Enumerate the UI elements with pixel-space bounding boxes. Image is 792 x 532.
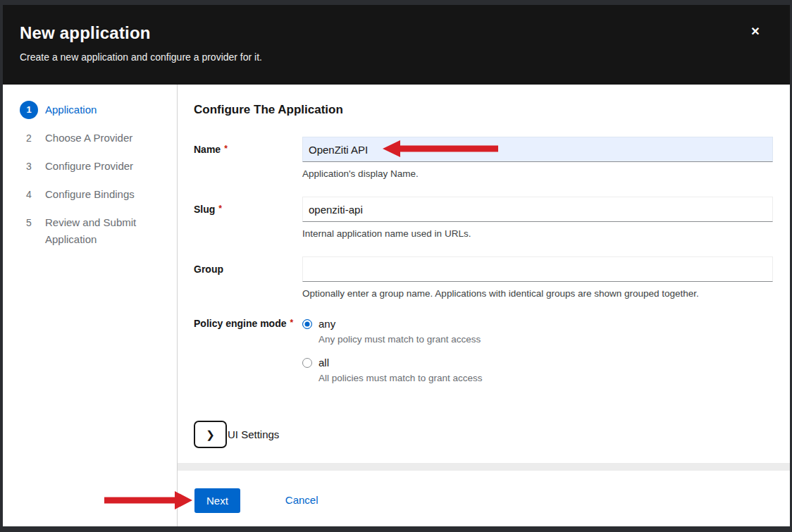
ui-settings-toggle-button[interactable]: ❯ (194, 421, 227, 448)
modal-description: Create a new application and configure a… (20, 51, 773, 63)
name-label: Name* (194, 137, 302, 180)
step-label: Configure Bindings (45, 185, 135, 203)
wizard-step-configure-bindings[interactable]: 4 Configure Bindings (3, 185, 177, 204)
group-helper-text: Optionally enter a group name. Applicati… (302, 287, 773, 299)
chevron-right-icon: ❯ (206, 428, 215, 441)
policy-engine-mode-label: Policy engine mode* (194, 316, 302, 394)
wizard-step-configure-provider[interactable]: 3 Configure Provider (3, 157, 177, 175)
close-icon[interactable]: ✕ (748, 24, 763, 39)
modal-footer: Next Cancel (178, 471, 790, 526)
ui-settings-expander: ❯ UI Settings (194, 421, 773, 448)
slug-form-row: Slug* Internal application name used in … (194, 197, 773, 240)
step-label: Configure Provider (45, 157, 133, 175)
wizard-main-column: Configure The Application Name* Applicat… (178, 85, 790, 526)
wizard-step-nav: 1 Application 2 Choose A Provider 3 Conf… (3, 85, 178, 526)
slug-label: Slug* (194, 197, 302, 240)
radio-any-label: any (318, 318, 335, 330)
footer-separator (178, 463, 790, 471)
wizard-step-choose-provider[interactable]: 2 Choose A Provider (3, 129, 177, 147)
policy-engine-mode-row: Policy engine mode* any Any policy must … (194, 316, 773, 394)
name-form-row: Name* Application's display Name. (194, 137, 773, 180)
group-form-row: Group Optionally enter a group name. App… (194, 256, 773, 299)
next-button[interactable]: Next (194, 488, 240, 513)
modal-body: 1 Application 2 Choose A Provider 3 Conf… (3, 85, 790, 526)
modal-title: New application (20, 23, 773, 44)
radio-option-all[interactable]: all (302, 355, 773, 369)
step-number: 5 (20, 214, 38, 232)
wizard-step-content: Configure The Application Name* Applicat… (178, 85, 790, 463)
cancel-link[interactable]: Cancel (285, 494, 318, 506)
ui-settings-label: UI Settings (228, 428, 279, 440)
step-number-badge: 1 (20, 101, 38, 119)
step-number: 3 (20, 157, 38, 175)
name-field[interactable] (302, 137, 773, 162)
slug-helper-text: Internal application name used in URLs. (302, 228, 773, 240)
radio-all-description: All policies must match to grant access (318, 373, 773, 383)
modal-header: New application Create a new application… (3, 5, 790, 85)
required-asterisk: * (224, 144, 228, 154)
step-label: Choose A Provider (45, 129, 132, 147)
wizard-step-application[interactable]: 1 Application (3, 101, 177, 119)
new-application-modal: New application Create a new application… (3, 5, 790, 526)
page-title: Configure The Application (194, 103, 773, 117)
radio-all-input[interactable] (302, 358, 312, 368)
slug-field[interactable] (302, 197, 773, 222)
group-label: Group (194, 256, 302, 299)
step-number: 4 (20, 185, 38, 204)
radio-option-any[interactable]: any (302, 316, 773, 330)
required-asterisk: * (218, 204, 222, 214)
step-number: 2 (20, 129, 38, 147)
required-asterisk: * (290, 318, 293, 328)
step-label: Review and Submit Application (45, 214, 166, 248)
group-field[interactable] (302, 256, 773, 282)
radio-any-input[interactable] (302, 319, 312, 329)
step-label: Application (45, 101, 97, 118)
radio-any-description: Any policy must match to grant access (318, 334, 773, 345)
radio-all-label: all (318, 357, 329, 369)
name-helper-text: Application's display Name. (302, 168, 773, 180)
wizard-step-review-submit[interactable]: 5 Review and Submit Application (3, 214, 177, 248)
